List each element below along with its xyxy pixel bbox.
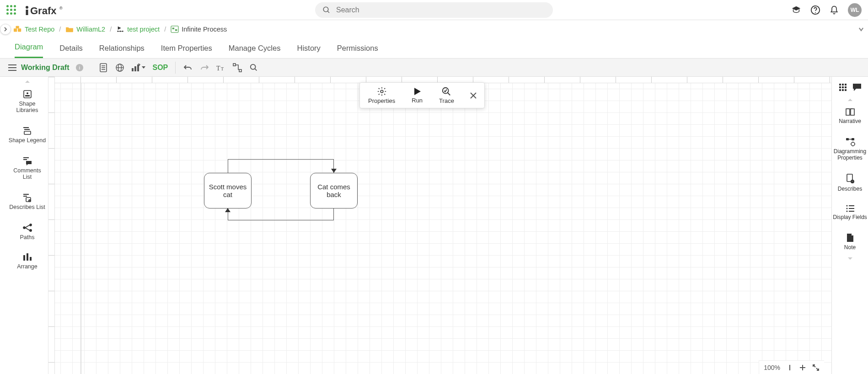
tab-manage-cycles[interactable]: Manage Cycles bbox=[229, 44, 281, 58]
right-item-narrative[interactable]: Narrative bbox=[832, 102, 868, 131]
svg-point-4 bbox=[323, 7, 328, 12]
svg-rect-57 bbox=[23, 255, 25, 261]
trace-icon bbox=[441, 86, 451, 96]
right-panel-grid-icon[interactable] bbox=[839, 83, 847, 91]
connector-bottom-arrow bbox=[225, 208, 230, 212]
tab-relationships[interactable]: Relationships bbox=[99, 44, 145, 58]
note-icon bbox=[846, 233, 854, 242]
search-input[interactable] bbox=[335, 5, 546, 15]
left-item-describes-list[interactable]: i Describes List bbox=[6, 187, 48, 217]
notifications-icon[interactable] bbox=[830, 5, 839, 15]
svg-rect-16 bbox=[172, 27, 174, 29]
connector-top-arrow bbox=[331, 169, 337, 173]
svg-rect-76 bbox=[845, 89, 847, 91]
redo-button[interactable] bbox=[197, 61, 212, 75]
svg-line-38 bbox=[255, 69, 257, 70]
breadcrumb-item-folder[interactable]: WilliamL2 bbox=[65, 26, 105, 33]
zoom-bar: 100% bbox=[759, 360, 824, 374]
tab-item-properties[interactable]: Item Properties bbox=[161, 44, 212, 58]
breadcrumb-more-icon[interactable] bbox=[858, 26, 864, 32]
tab-permissions[interactable]: Permissions bbox=[337, 44, 378, 58]
academy-icon[interactable] bbox=[791, 5, 801, 15]
zoom-out-button[interactable] bbox=[787, 364, 793, 371]
undo-button[interactable] bbox=[180, 61, 196, 75]
right-item-diagramming-properties[interactable]: Diagramming Properties bbox=[832, 131, 868, 167]
list-icon bbox=[846, 205, 855, 212]
main-area: Shape Libraries Shape Legend Comments Li… bbox=[6, 77, 868, 374]
svg-rect-71 bbox=[839, 86, 841, 88]
svg-text:i: i bbox=[79, 64, 80, 70]
svg-text:i: i bbox=[29, 199, 30, 202]
svg-rect-44 bbox=[24, 131, 31, 134]
right-panel-scroll-up[interactable] bbox=[847, 98, 853, 102]
top-header: Grafx ® WL bbox=[0, 0, 868, 20]
svg-rect-70 bbox=[845, 84, 847, 85]
describes-icon bbox=[846, 174, 855, 184]
arrange-icon bbox=[22, 253, 32, 262]
sop-button[interactable]: SOP bbox=[150, 64, 171, 72]
apps-menu-button[interactable] bbox=[6, 5, 16, 15]
text-tool-button[interactable]: TT bbox=[213, 61, 229, 75]
connector-tool-button[interactable] bbox=[230, 61, 245, 75]
zoom-in-button[interactable] bbox=[799, 364, 806, 371]
svg-line-56 bbox=[25, 228, 30, 230]
describes-list-icon: i bbox=[22, 193, 32, 202]
gear-icon bbox=[377, 86, 387, 96]
shape-scott-moves-cat[interactable]: Scott moves cat bbox=[204, 173, 252, 208]
document-view-button[interactable] bbox=[96, 61, 111, 75]
fullscreen-button[interactable] bbox=[812, 364, 820, 371]
svg-point-80 bbox=[851, 142, 855, 146]
ruler-vertical bbox=[48, 77, 55, 374]
right-item-describes[interactable]: Describes bbox=[832, 167, 868, 198]
language-button[interactable] bbox=[112, 61, 128, 75]
shape-cat-comes-back[interactable]: Cat comes back bbox=[310, 173, 358, 208]
connector-bottom[interactable] bbox=[228, 207, 334, 220]
legend-icon bbox=[22, 126, 32, 135]
tab-history[interactable]: History bbox=[297, 44, 320, 58]
find-button[interactable] bbox=[246, 61, 262, 75]
svg-point-37 bbox=[251, 64, 256, 69]
left-item-shape-libraries[interactable]: Shape Libraries bbox=[6, 83, 48, 120]
right-panel-comment-icon[interactable] bbox=[852, 83, 862, 91]
diagram-canvas[interactable]: Properties Run Trace Scott moves cat Cat… bbox=[48, 77, 831, 374]
search-icon bbox=[322, 6, 331, 14]
sim-close-button[interactable] bbox=[462, 92, 484, 99]
user-avatar[interactable]: WL bbox=[848, 3, 862, 17]
tab-diagram[interactable]: Diagram bbox=[15, 43, 43, 58]
svg-rect-32 bbox=[137, 64, 139, 71]
help-icon[interactable] bbox=[810, 5, 820, 15]
sim-trace-button[interactable]: Trace bbox=[431, 83, 462, 108]
play-icon bbox=[413, 87, 422, 96]
breadcrumb-item-current: Infinite Process bbox=[171, 26, 227, 33]
process-icon bbox=[116, 26, 124, 33]
left-item-paths[interactable]: Paths bbox=[6, 217, 48, 247]
svg-rect-10 bbox=[16, 26, 19, 28]
left-item-comments-list[interactable]: Comments List bbox=[6, 150, 48, 187]
menu-button[interactable] bbox=[5, 61, 20, 75]
expand-sidebar-button[interactable] bbox=[0, 24, 11, 35]
sim-properties-button[interactable]: Properties bbox=[360, 83, 403, 108]
tab-details[interactable]: Details bbox=[59, 44, 82, 58]
breadcrumb-item-project[interactable]: test project bbox=[116, 26, 160, 33]
sim-run-button[interactable]: Run bbox=[403, 83, 431, 107]
connector-top[interactable] bbox=[228, 159, 334, 173]
svg-rect-59 bbox=[30, 257, 32, 261]
right-item-note[interactable]: Note bbox=[832, 227, 868, 257]
svg-rect-84 bbox=[851, 181, 853, 182]
svg-point-89 bbox=[846, 211, 847, 212]
svg-rect-36 bbox=[239, 69, 241, 72]
svg-rect-8 bbox=[14, 28, 17, 32]
breadcrumb-item-repo[interactable]: Test Repo bbox=[14, 26, 54, 33]
zoom-value: 100% bbox=[764, 364, 780, 371]
repo-icon bbox=[14, 26, 22, 33]
close-icon bbox=[470, 92, 477, 99]
svg-text:T: T bbox=[216, 65, 220, 71]
left-item-arrange[interactable]: Arrange bbox=[6, 247, 48, 276]
left-item-shape-legend[interactable]: Shape Legend bbox=[6, 120, 48, 150]
left-panel-scroll-up[interactable] bbox=[25, 80, 30, 83]
right-item-display-fields[interactable]: Display Fields bbox=[832, 198, 868, 227]
status-info-icon[interactable]: i bbox=[72, 61, 87, 75]
right-panel-scroll-down[interactable] bbox=[847, 257, 853, 261]
analytics-dropdown[interactable] bbox=[129, 61, 149, 75]
search-box[interactable] bbox=[315, 2, 553, 18]
